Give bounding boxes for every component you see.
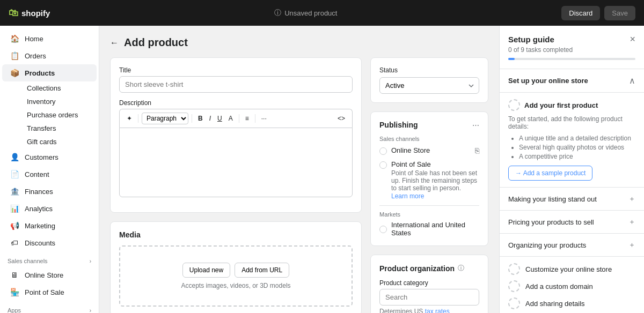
bold-button[interactable]: B: [195, 113, 206, 124]
sidebar-item-online-store-label: Online Store: [25, 271, 63, 279]
sidebar-item-purchase-orders[interactable]: Purchase orders: [19, 108, 97, 122]
title-description-card: Title Description ✦ Paragraph B: [110, 57, 362, 213]
online-store-section: Set up your online store ∧: [500, 69, 644, 93]
channel-radio-pos: [379, 161, 387, 169]
sales-channels-expand-icon[interactable]: ›: [90, 258, 91, 264]
analytics-icon: 📊: [10, 204, 19, 213]
products-icon: 📦: [10, 69, 19, 77]
sidebar-item-inventory[interactable]: Inventory: [19, 95, 97, 108]
apps-expand-icon[interactable]: ›: [90, 308, 91, 314]
online-store-toggle[interactable]: ∧: [629, 76, 635, 86]
topbar-actions: Discard Save: [561, 6, 635, 20]
category-search[interactable]: [379, 289, 479, 305]
align-button[interactable]: ≡: [243, 113, 252, 124]
form-layout: Title Description ✦ Paragraph B: [110, 57, 488, 313]
publishing-title: Publishing: [379, 121, 418, 129]
customize-label: Customize your online store: [525, 265, 612, 273]
sidebar-item-gift-cards[interactable]: Gift cards: [19, 135, 97, 148]
publishing-menu-icon[interactable]: ⋯: [472, 121, 479, 129]
sidebar-item-finances[interactable]: 🏦 Finances: [2, 183, 97, 200]
back-button[interactable]: ←: [110, 38, 119, 48]
market-label: International and United States: [391, 221, 479, 237]
sidebar-item-content-label: Content: [25, 170, 49, 178]
sidebar-item-home[interactable]: 🏠 Home: [2, 30, 97, 47]
description-editor[interactable]: [119, 128, 353, 197]
add-sharing-details-item[interactable]: Add sharing details: [508, 297, 635, 309]
sidebar-item-marketing-label: Marketing: [25, 222, 55, 230]
org-header: Product organization ⓘ: [379, 264, 479, 273]
description-toolbar: ✦ Paragraph B I U A ≡: [119, 109, 353, 128]
italic-button[interactable]: I: [207, 113, 214, 124]
products-submenu: Collections Inventory Purchase orders Tr…: [0, 81, 99, 148]
sidebar-item-finances-label: Finances: [25, 188, 53, 196]
copy-icon[interactable]: ⎘: [475, 146, 479, 155]
online-store-icon: 🖥: [10, 271, 19, 279]
page-header: ← Add product: [110, 36, 488, 49]
save-button[interactable]: Save: [604, 6, 635, 20]
add-from-url-button[interactable]: Add from URL: [235, 263, 289, 278]
org-info-icon[interactable]: ⓘ: [458, 264, 464, 273]
sidebar-item-collections[interactable]: Collections: [19, 81, 97, 95]
making-listing-expand-icon: ＋: [628, 194, 635, 204]
organizing-products-section[interactable]: Organizing your products ＋: [500, 234, 644, 257]
more-button[interactable]: ···: [259, 113, 269, 124]
discard-button[interactable]: Discard: [561, 6, 600, 20]
pricing-products-title: Pricing your products to sell: [508, 218, 594, 226]
setup-guide-close-button[interactable]: ×: [630, 34, 635, 44]
product-org-card: Product organization ⓘ Product category …: [370, 255, 488, 313]
fp-list-item-3: A competitive price: [519, 153, 635, 160]
status-select[interactable]: Active Draft: [379, 77, 479, 94]
sidebar-item-analytics[interactable]: 📊 Analytics: [2, 200, 97, 217]
code-button[interactable]: <>: [335, 113, 348, 124]
media-buttons: Upload new Add from URL: [131, 263, 341, 278]
sidebar-item-analytics-label: Analytics: [25, 205, 53, 213]
underline-button[interactable]: U: [215, 113, 225, 124]
toolbar-magic-btn[interactable]: ✦: [124, 113, 135, 124]
page-title: Add product: [124, 36, 188, 49]
sidebar-item-transfers[interactable]: Transfers: [19, 122, 97, 135]
discounts-icon: 🏷: [10, 239, 19, 247]
pricing-products-section[interactable]: Pricing your products to sell ＋: [500, 211, 644, 234]
sidebar-item-online-store[interactable]: 🖥 Online Store: [2, 266, 97, 284]
sidebar-item-customers[interactable]: 👤 Customers: [2, 148, 97, 166]
status-card: Status Active Draft: [370, 57, 488, 103]
sidebar-item-discounts[interactable]: 🏷 Discounts: [2, 234, 97, 251]
toolbar-divider-3: [239, 114, 239, 123]
tax-link[interactable]: tax rates: [425, 308, 450, 313]
setup-guide-title: Setup guide: [508, 35, 554, 44]
setup-guide-header: Setup guide × 0 of 9 tasks completed: [500, 26, 644, 69]
making-listing-section[interactable]: Making your listing stand out ＋: [500, 188, 644, 211]
customers-icon: 👤: [10, 153, 19, 161]
text-color-button[interactable]: A: [226, 113, 236, 124]
publishing-header: Publishing ⋯: [379, 121, 479, 129]
channel-online-store: Online Store ⎘: [379, 146, 479, 155]
brand-name: shopify: [21, 9, 50, 18]
marketing-icon: 📢: [10, 221, 19, 230]
sidebar-item-pos[interactable]: 🏪 Point of Sale: [2, 284, 97, 301]
sidebar-item-home-label: Home: [25, 35, 43, 43]
sidebar-item-products[interactable]: 📦 Products: [2, 64, 97, 81]
media-hint: Accepts images, videos, or 3D models: [131, 282, 341, 289]
organizing-products-expand-icon: ＋: [628, 240, 635, 250]
customize-online-store-item[interactable]: Customize your online store: [508, 263, 635, 275]
customize-circle-icon: [508, 263, 520, 275]
org-title: Product organization: [379, 264, 455, 273]
fp-title: Add your first product: [524, 101, 598, 109]
sidebar-item-marketing[interactable]: 📢 Marketing: [2, 217, 97, 234]
online-store-section-header[interactable]: Set up your online store ∧: [508, 76, 635, 86]
add-sample-product-button[interactable]: → Add a sample product: [508, 166, 592, 181]
media-upload-area[interactable]: Upload new Add from URL Accepts images, …: [119, 245, 353, 307]
paragraph-select[interactable]: Paragraph: [142, 113, 188, 124]
tax-text: Determines US tax rates: [379, 308, 479, 313]
add-custom-domain-item[interactable]: Add a custom domain: [508, 280, 635, 292]
home-icon: 🏠: [10, 34, 19, 43]
fp-list-item-2: Several high quality photos or videos: [519, 144, 635, 151]
title-input[interactable]: [119, 76, 353, 93]
upload-new-button[interactable]: Upload new: [182, 263, 230, 278]
learn-more-link[interactable]: Learn more: [391, 192, 424, 200]
sidebar-item-content[interactable]: 📄 Content: [2, 166, 97, 183]
media-card: Media Upload new Add from URL Accepts im…: [110, 221, 362, 313]
form-main-col: Title Description ✦ Paragraph B: [110, 57, 362, 313]
first-product-section: Add your first product To get started, a…: [500, 93, 644, 188]
sidebar-item-orders[interactable]: 📋 Orders: [2, 47, 97, 64]
